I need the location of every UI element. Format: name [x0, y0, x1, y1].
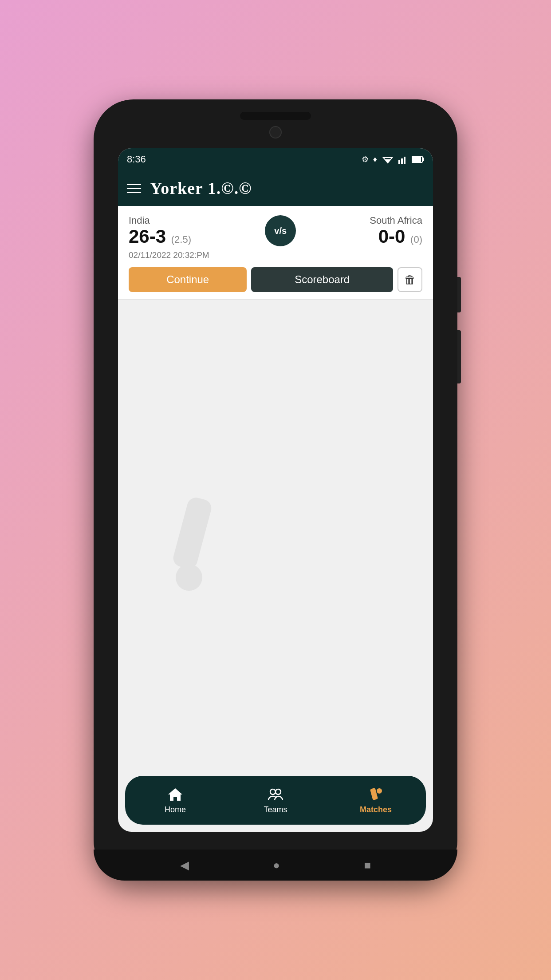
screen: 8:36 ⚙ ♦: [118, 148, 433, 832]
bottom-navigation: Home Teams Matches: [125, 776, 426, 825]
svg-rect-12: [370, 787, 378, 800]
camera: [269, 126, 282, 138]
svg-point-9: [176, 564, 202, 591]
app-title: Yorker 1.©.©: [150, 178, 252, 198]
nav-item-teams[interactable]: Teams: [225, 786, 326, 814]
svg-rect-6: [412, 157, 421, 162]
menu-button[interactable]: [127, 184, 141, 193]
teams-icon: [268, 786, 283, 802]
settings-icon: ⚙: [362, 154, 369, 164]
nav-item-home[interactable]: Home: [125, 786, 225, 814]
main-content: India 26-3 (2.5) v/s South Africa 0-0 (0…: [118, 206, 433, 776]
status-bar: 8:36 ⚙ ♦: [118, 148, 433, 170]
hamburger-line-1: [127, 184, 141, 185]
nav-label-matches: Matches: [360, 805, 392, 814]
side-button-volume: [457, 330, 461, 383]
battery-icon: [412, 155, 424, 163]
empty-area: [118, 300, 433, 655]
hamburger-line-3: [127, 192, 141, 193]
signal-icon: [398, 155, 407, 164]
nav-label-teams: Teams: [264, 805, 287, 814]
nav-label-home: Home: [165, 805, 186, 814]
svg-rect-7: [423, 158, 424, 161]
match-card: India 26-3 (2.5) v/s South Africa 0-0 (0…: [118, 206, 433, 300]
delete-button[interactable]: 🗑: [398, 267, 422, 292]
nav-item-matches[interactable]: Matches: [326, 786, 426, 814]
recent-button[interactable]: ■: [364, 858, 371, 872]
svg-rect-8: [171, 496, 213, 571]
trash-icon: 🗑: [404, 273, 416, 287]
team-right: South Africa 0-0 (0): [370, 215, 422, 247]
team-right-score: 0-0 (0): [370, 226, 422, 247]
cricket-illustration: [153, 493, 242, 601]
hamburger-line-2: [127, 188, 141, 189]
app-bar: Yorker 1.©.©: [118, 170, 433, 206]
svg-point-10: [270, 789, 276, 794]
back-button[interactable]: ◀: [180, 858, 189, 872]
status-icons: ⚙ ♦: [362, 154, 424, 164]
match-date: 02/11/2022 20:32:PM: [129, 250, 422, 260]
android-nav: ◀ ● ■: [94, 850, 457, 881]
cricket-bat-svg: [153, 493, 242, 600]
home-icon: [167, 786, 183, 802]
match-actions: Continue Scoreboard 🗑: [129, 267, 422, 299]
svg-rect-4: [404, 157, 405, 164]
match-teams-row: India 26-3 (2.5) v/s South Africa 0-0 (0…: [129, 215, 422, 247]
scoreboard-button[interactable]: Scoreboard: [251, 267, 393, 292]
matches-icon: [368, 786, 384, 802]
team-left-name: India: [129, 215, 191, 226]
continue-button[interactable]: Continue: [129, 267, 247, 292]
status-time: 8:36: [127, 154, 146, 165]
svg-point-11: [276, 789, 281, 794]
home-button[interactable]: ●: [273, 858, 280, 872]
phone-frame: 8:36 ⚙ ♦: [94, 99, 457, 881]
side-button-power: [457, 277, 461, 312]
team-right-name: South Africa: [370, 215, 422, 226]
team-left-score: 26-3 (2.5): [129, 226, 191, 247]
wifi-icon: [382, 155, 394, 164]
svg-point-13: [377, 788, 382, 794]
svg-rect-2: [398, 160, 400, 164]
vs-badge: v/s: [265, 215, 296, 246]
svg-rect-3: [401, 158, 403, 164]
team-left: India 26-3 (2.5): [129, 215, 191, 247]
notification-icon: ♦: [373, 155, 377, 164]
